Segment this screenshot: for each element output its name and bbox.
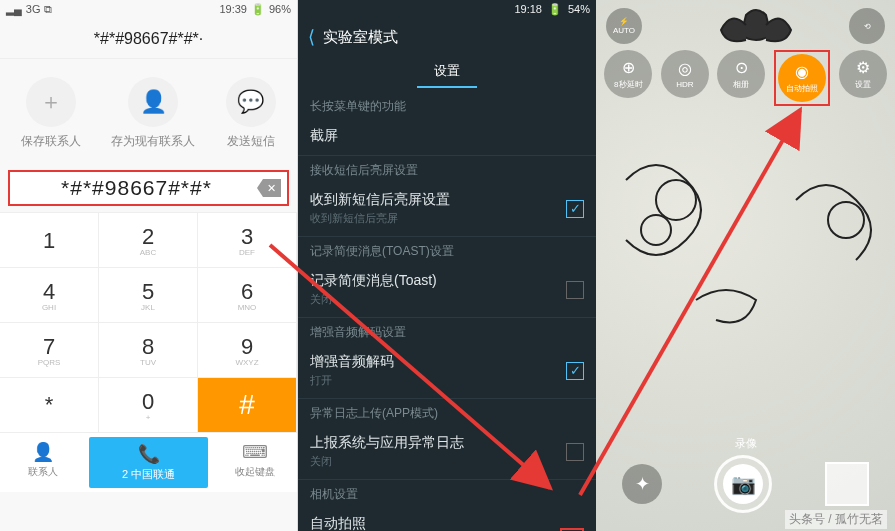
- key-6[interactable]: 6MNO: [198, 267, 297, 322]
- key-9[interactable]: 9WXYZ: [198, 322, 297, 377]
- camera-top-bar: ⚡ AUTO ⟲: [596, 0, 895, 52]
- group-header: 记录简便消息(TOAST)设置: [298, 237, 596, 264]
- checkbox-icon[interactable]: [566, 443, 584, 461]
- status-bar: 19:18 🔋 54%: [298, 0, 596, 18]
- carrier-label: 中国联通: [131, 468, 175, 480]
- settings-header: ⟨ 实验室模式: [298, 18, 596, 56]
- key-7[interactable]: 7PQRS: [0, 322, 99, 377]
- status-bar: ▂▄ 3G ⧉ 19:39 🔋 96%: [0, 0, 297, 18]
- gallery-button[interactable]: ⊙ 相册: [717, 50, 765, 98]
- group-header: 异常日志上传(APP模式): [298, 399, 596, 426]
- camera-icon: 📷: [723, 464, 763, 504]
- tab-label: 联系人: [28, 465, 58, 479]
- key-1[interactable]: 1: [0, 212, 99, 267]
- key-2[interactable]: 2ABC: [99, 212, 198, 267]
- shutter-button[interactable]: 📷: [714, 455, 772, 513]
- attribution: 头条号 / 孤竹无茗: [785, 510, 887, 529]
- back-button[interactable]: ⟨: [308, 26, 315, 48]
- flash-button[interactable]: ⚡ AUTO: [606, 8, 642, 44]
- group-header: 长按菜单键的功能: [298, 92, 596, 119]
- key-5[interactable]: 5JKL: [99, 267, 198, 322]
- hdr-icon: ◎: [678, 59, 692, 78]
- battery-pct: 54%: [568, 3, 590, 16]
- action-label: 存为现有联系人: [111, 133, 195, 150]
- camera-mode-row: ⊕ 8秒延时 ◎ HDR ⊙ 相册 ◉ 自动拍照 ⚙ 设置: [596, 50, 895, 106]
- person-icon: 👤: [32, 441, 54, 463]
- send-sms-button[interactable]: 💬 发送短信: [226, 77, 276, 150]
- dial-code: *#*#98667#*#*: [16, 176, 257, 200]
- key-4[interactable]: 4GHI: [0, 267, 99, 322]
- battery-pct: 96%: [269, 3, 291, 15]
- dialer-actions: ＋ 保存联系人 👤 存为现有联系人 💬 发送短信: [0, 59, 297, 164]
- key-8[interactable]: 8TUV: [99, 322, 198, 377]
- dialed-number-top: *#*#98667#*#*·: [0, 18, 297, 59]
- camera-bottom-bar: ✦ 📷: [596, 455, 895, 513]
- action-label: 发送短信: [227, 133, 275, 150]
- key-3[interactable]: 3DEF: [198, 212, 297, 267]
- action-label: 保存联系人: [21, 133, 81, 150]
- key-star[interactable]: *: [0, 377, 99, 432]
- clock: 19:18: [514, 3, 542, 16]
- network-type: 3G: [26, 3, 41, 15]
- group-header: 增强音频解码设置: [298, 318, 596, 345]
- switch-camera-button[interactable]: ⟲: [849, 8, 885, 44]
- hdr-button[interactable]: ◎ HDR: [661, 50, 709, 98]
- page-title: 实验室模式: [323, 28, 398, 47]
- save-contact-button[interactable]: ＋ 保存联系人: [21, 77, 81, 150]
- keypad: 1 2ABC 3DEF 4GHI 5JKL 6MNO 7PQRS 8TUV 9W…: [0, 212, 297, 432]
- checkbox-icon[interactable]: [566, 281, 584, 299]
- setting-toast[interactable]: 记录简便消息(Toast) 关闭: [298, 264, 596, 318]
- auto-icon: ◉: [795, 62, 809, 81]
- setting-audio[interactable]: 增强音频解码 打开 ✓: [298, 345, 596, 399]
- dialed-number-highlight: *#*#98667#*#* ✕: [8, 170, 289, 206]
- filters-button[interactable]: ✦: [622, 464, 662, 504]
- person-icon: 👤: [128, 77, 178, 127]
- setting-sms-wake[interactable]: 收到新短信后亮屏设置 收到新短信后亮屏 ✓: [298, 183, 596, 237]
- grid-icon: ⌨: [242, 441, 268, 463]
- checkbox-icon[interactable]: ✓: [566, 200, 584, 218]
- battery-icon: 🔋: [548, 3, 562, 16]
- flash-label: AUTO: [613, 26, 635, 35]
- last-photo-thumbnail[interactable]: [825, 462, 869, 506]
- tab-settings[interactable]: 设置: [417, 56, 477, 88]
- camera-panel: ⚡ AUTO ⟲ ⊕ 8秒延时 ◎ HDR ⊙ 相册 ◉: [596, 0, 895, 531]
- battery-icon: 🔋: [251, 3, 265, 16]
- svg-point-0: [656, 180, 696, 220]
- collapse-keypad-button[interactable]: ⌨ 收起键盘: [212, 433, 297, 492]
- gear-icon: ⚙: [856, 58, 870, 77]
- plus-icon: ＋: [26, 77, 76, 127]
- flash-icon: ⚡: [619, 17, 629, 26]
- contacts-tab[interactable]: 👤 联系人: [0, 433, 85, 492]
- key-0[interactable]: 0+: [99, 377, 198, 432]
- setting-screenshot[interactable]: 截屏: [298, 119, 596, 156]
- clock: 19:39: [219, 3, 247, 15]
- group-header: 接收短信后亮屏设置: [298, 156, 596, 183]
- timer-button[interactable]: ⊕ 8秒延时: [604, 50, 652, 98]
- mode-label: 录像: [596, 436, 895, 451]
- auto-photo-button[interactable]: ◉ 自动拍照: [778, 54, 826, 102]
- chat-icon: 💬: [226, 77, 276, 127]
- svg-point-1: [641, 215, 671, 245]
- save-existing-button[interactable]: 👤 存为现有联系人: [111, 77, 195, 150]
- timer-icon: ⊕: [622, 58, 635, 77]
- backspace-button[interactable]: ✕: [257, 179, 281, 197]
- highlight-box: ◉ 自动拍照: [774, 50, 830, 106]
- setting-auto-photo[interactable]: 自动拍照 在相机应用开启时，当手机由移动转为静止状态时自动拍摄一张照片 ✓: [298, 507, 596, 531]
- dialer-panel: ▂▄ 3G ⧉ 19:39 🔋 96% *#*#98667#*#*· ＋ 保存联…: [0, 0, 298, 531]
- sim-icon: 📞: [138, 443, 160, 465]
- call-button[interactable]: 📞 2 中国联通: [89, 437, 208, 488]
- checkbox-icon[interactable]: ✓: [566, 362, 584, 380]
- tab-label: 收起键盘: [235, 465, 275, 479]
- camera-settings-button[interactable]: ⚙ 设置: [839, 50, 887, 98]
- wand-icon: ✦: [635, 473, 650, 495]
- dialer-bottom-bar: 👤 联系人 📞 2 中国联通 ⌨ 收起键盘: [0, 432, 297, 492]
- setting-log[interactable]: 上报系统与应用异常日志 关闭: [298, 426, 596, 480]
- svg-point-2: [828, 202, 864, 238]
- group-header: 相机设置: [298, 480, 596, 507]
- wifi-icon: ⧉: [44, 3, 52, 16]
- switch-icon: ⟲: [864, 22, 871, 31]
- signal-icon: ▂▄: [6, 3, 22, 16]
- gallery-icon: ⊙: [735, 58, 748, 77]
- key-hash[interactable]: #: [198, 377, 297, 432]
- settings-panel: 19:18 🔋 54% ⟨ 实验室模式 设置 长按菜单键的功能 截屏 接收短信后…: [298, 0, 596, 531]
